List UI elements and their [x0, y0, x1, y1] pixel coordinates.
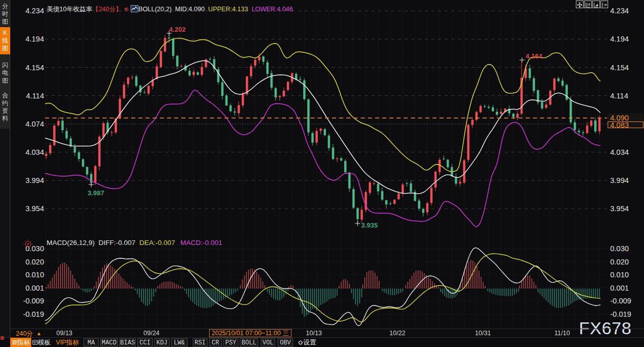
svg-text:3.987: 3.987	[88, 189, 105, 197]
svg-text:MACD:-0.001: MACD:-0.001	[180, 239, 222, 247]
svg-text:0.030: 0.030	[610, 244, 629, 253]
svg-text:0.010: 0.010	[610, 271, 629, 279]
svg-text:0.001: 0.001	[610, 284, 629, 292]
svg-text:3.994: 3.994	[26, 176, 44, 185]
svg-text:4.083: 4.083	[610, 121, 629, 129]
svg-text:-0.009: -0.009	[610, 297, 631, 305]
svg-text:-0.019: -0.019	[23, 310, 44, 318]
svg-text:3.954: 3.954	[26, 205, 44, 213]
svg-text:-0.019: -0.019	[610, 310, 631, 318]
svg-text:4.234: 4.234	[26, 7, 44, 15]
svg-text:4.034: 4.034	[610, 148, 629, 156]
svg-text:0.010: 0.010	[26, 271, 44, 279]
svg-text:4.154: 4.154	[26, 64, 44, 72]
svg-text:DEA:-0.007: DEA:-0.007	[139, 239, 175, 247]
svg-text:0.020: 0.020	[26, 258, 44, 266]
svg-text:0.020: 0.020	[610, 258, 629, 266]
svg-text:4.114: 4.114	[610, 92, 628, 100]
svg-text:4.164: 4.164	[526, 52, 543, 60]
svg-text:MACD(26,12,9) DIFF:-0.007: MACD(26,12,9) DIFF:-0.007	[47, 239, 135, 247]
svg-text:0.001: 0.001	[26, 284, 44, 292]
svg-text:4.154: 4.154	[610, 64, 629, 72]
svg-text:4.194: 4.194	[26, 35, 44, 43]
svg-text:3.935: 3.935	[361, 221, 378, 229]
svg-text:4.034: 4.034	[26, 148, 44, 156]
svg-text:3.994: 3.994	[610, 176, 629, 185]
svg-text:-0.009: -0.009	[23, 297, 44, 305]
svg-text:4.114: 4.114	[26, 92, 44, 100]
svg-text:4.202: 4.202	[169, 26, 186, 33]
svg-text:4.074: 4.074	[26, 120, 44, 128]
svg-text:4.194: 4.194	[610, 35, 629, 43]
svg-text:4.234: 4.234	[610, 7, 629, 15]
svg-text:3.954: 3.954	[610, 205, 629, 213]
